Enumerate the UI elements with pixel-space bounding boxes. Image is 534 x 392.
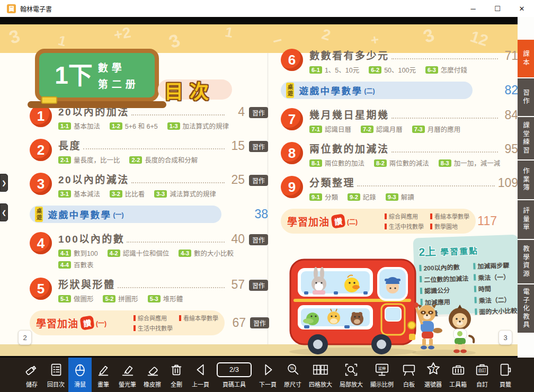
tool-13-display-scale-icon[interactable]: 延伸 顯示比例	[367, 358, 397, 392]
toolbox-icon	[450, 360, 466, 379]
subsection-code-badge: 3-3	[154, 190, 167, 198]
chapter-number-badge: 7	[281, 108, 303, 130]
doodle-number: 3	[166, 30, 183, 52]
chapter-row[interactable]: 3 20以內的減法 25 習作 3-1基本減法3-2比比看3-3減法算式的規律	[30, 172, 268, 199]
chapter-row[interactable]: 5 形狀與形體 57 習作 5-1做圖形5-2拼圖形5-3堆形體	[30, 277, 268, 304]
subsection-label: 怎麼付錢	[441, 65, 467, 75]
subsection-label: 比比看	[125, 189, 145, 199]
panel-expand-button[interactable]: ❯	[0, 174, 8, 192]
tool-4-highlighter-icon[interactable]: 螢光筆	[115, 358, 140, 392]
learning-boost-row[interactable]: 學習加油 讚 (一) 綜合與應用看繪本學數學生活中找數學 67 習作	[30, 310, 268, 335]
tool-label: 自訂	[476, 380, 488, 388]
tool-18-tabs-icon[interactable]: 頁籤	[494, 358, 517, 392]
tool-14-whiteboard-icon[interactable]: 白板	[397, 358, 421, 392]
subsection: 7-1認識日曆	[309, 124, 351, 134]
subsection-label: 解讀	[401, 192, 414, 202]
sidebar-tab-2[interactable]: 課堂練習	[518, 117, 534, 159]
tool-1-toc-icon[interactable]: 回目次	[43, 358, 68, 392]
tabs-icon	[497, 360, 513, 379]
grade-label: 1下	[55, 63, 93, 87]
chapter-number-badge: 5	[30, 278, 52, 300]
workbook-badge[interactable]: 習作	[250, 317, 269, 328]
workbook-badge[interactable]: 習作	[249, 141, 268, 152]
subsection: 1-3加法算式的規律	[167, 121, 229, 131]
tool-10-zoom-reset-icon[interactable]: % 原尺寸	[280, 358, 305, 392]
zoom-reset-icon: %	[285, 360, 301, 379]
tool-15-star-picker-icon[interactable]: 7 選號器	[421, 358, 446, 392]
workbook-badge[interactable]: 習作	[249, 107, 268, 118]
tool-12-region-zoom-icon[interactable]: 局部放大	[336, 358, 367, 392]
page-indicator[interactable]: 2/3	[217, 362, 252, 377]
doodle-number: 1	[56, 32, 68, 50]
subsection: 5-2拼圖形	[103, 293, 138, 304]
chapter-title: 數數看有多少元	[309, 48, 389, 62]
board-game-page-number: 38	[247, 208, 268, 220]
sidebar-tab-5[interactable]: 教學資源	[518, 240, 534, 283]
chapter-number-badge: 6	[281, 49, 303, 71]
tool-17-custom-icon[interactable]: 自訂 自訂	[470, 358, 494, 392]
chapter-row[interactable]: 7 幾月幾日星期幾 84 7-1認識日曆7-2認識月曆7-3月曆的應用	[281, 107, 518, 134]
board-game-bar[interactable]: 桌遊 遊戲中學數學 (一)	[30, 206, 221, 223]
subsection-label: 記錄	[363, 192, 376, 202]
minimize-button[interactable]: ─	[461, 0, 485, 17]
boost-legend-item: 看繪本學數學	[430, 212, 469, 220]
mouse-icon	[72, 360, 88, 379]
tool-11-four-grid-icon[interactable]: 四格放大	[305, 358, 336, 392]
tool-5-eraser-icon[interactable]: 橡皮擦	[140, 358, 165, 392]
tool-16-toolbox-icon[interactable]: 工具箱	[446, 358, 470, 392]
tool-label: 工具箱	[449, 380, 467, 388]
chapter-row[interactable]: 6 數數看有多少元 71 6-11、5、10元6-250、100元6-3怎麼付錢	[281, 48, 518, 75]
board-game-row[interactable]: 桌遊 遊戲中學數學 (一) 38	[30, 206, 268, 223]
board-game-row[interactable]: 桌遊 遊戲中學數學 (二) 82	[281, 82, 518, 99]
tool-label: 局部放大	[340, 380, 363, 388]
learning-boost-row[interactable]: 學習加油 讚 (二) 綜合與應用看繪本學數學生活中找數學數學園地 117	[281, 209, 518, 234]
tool-8-pager[interactable]: 2/3 頁碼工具	[213, 358, 255, 392]
subsection-code-badge: 1-3	[167, 122, 180, 130]
doodle-number: +	[370, 31, 380, 49]
subsection-label: 50、100元	[384, 65, 416, 75]
sidebar-tab-0[interactable]: 課本	[518, 40, 534, 77]
tool-9-next-icon[interactable]: 下一頁	[255, 358, 280, 392]
learning-boost-box[interactable]: 學習加油 讚 (一) 綜合與應用看繪本學數學生活中找數學	[30, 310, 225, 335]
subsection: 5-1做圖形	[58, 293, 93, 304]
maximize-button[interactable]: ☐	[485, 0, 510, 17]
subsection: 9-3解讀	[386, 192, 414, 202]
focus-item: 乘法（一）	[474, 271, 517, 282]
tool-label: 橡皮擦	[144, 380, 161, 388]
panel-collapse-button[interactable]: ❮	[0, 203, 8, 221]
dotted-leader	[357, 185, 495, 186]
region-zoom-icon	[343, 360, 359, 379]
workbook-badge[interactable]: 習作	[249, 234, 268, 245]
dotted-leader	[127, 242, 225, 243]
subsection-label: 基本減法	[74, 189, 100, 199]
workbook-badge[interactable]: 習作	[249, 280, 268, 291]
tool-7-prev-icon[interactable]: 上一頁	[188, 358, 213, 392]
chapter-row[interactable]: 8 兩位數的加減法 95 8-1兩位數的加法8-2兩位數的減法8-3加一加，減一…	[281, 141, 518, 168]
close-button[interactable]: ✕	[510, 0, 534, 17]
subsection-code-badge: 9-1	[309, 193, 322, 201]
subsection-code-badge: 4-4	[58, 261, 71, 269]
subsection-label: 認識日曆	[325, 124, 351, 134]
chapter-row[interactable]: 9 分類整理 109 9-1分類9-2記錄9-3解讀	[281, 175, 518, 202]
sidebar-tab-4[interactable]: 評量單	[518, 200, 534, 239]
tool-6-trash-icon[interactable]: 全刪	[165, 358, 188, 392]
tool-0-save-icon[interactable]: 儲存	[20, 358, 43, 392]
chapter-row[interactable]: 4 100以內的數 40 習作 4-1數到1004-2認識十位和個位4-3數的大…	[30, 231, 268, 270]
sidebar-tab-6[interactable]: 電子化教具	[518, 284, 534, 333]
sidebar-tab-3[interactable]: 作業簿	[518, 161, 534, 199]
chapter-row[interactable]: 2 長度 15 習作 2-1量長度，比一比2-2長度的合成和分解	[30, 138, 268, 165]
tool-3-pen-icon[interactable]: 畫筆	[92, 358, 115, 392]
board-game-volume: (一)	[113, 210, 124, 219]
toc-title: 目次	[164, 76, 215, 104]
chapter-page-number: 71	[501, 50, 518, 62]
tool-2-mouse-icon[interactable]: 滑鼠	[68, 358, 92, 392]
chapter-number-badge: 2	[30, 139, 52, 161]
workbook-badge[interactable]: 習作	[249, 175, 268, 186]
learning-boost-box[interactable]: 學習加油 讚 (二) 綜合與應用看繪本學數學生活中找數學數學園地	[281, 209, 476, 234]
subsection: 1-25+6 和 6+5	[110, 121, 158, 131]
sidebar-tab-1[interactable]: 習作	[518, 78, 534, 116]
board-game-bar[interactable]: 桌遊 遊戲中學數學 (二)	[281, 82, 473, 99]
chapter-page-number: 25	[228, 174, 245, 186]
subsection-code-badge: 7-2	[361, 126, 373, 133]
subsection: 3-3減法算式的規律	[154, 189, 216, 199]
